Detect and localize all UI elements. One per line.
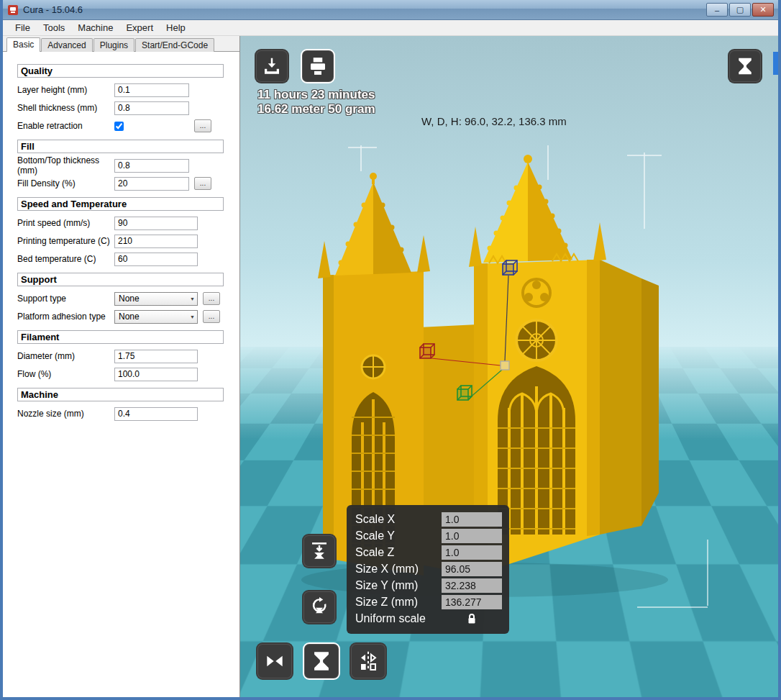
settings-row: Diameter (mm) (17, 349, 229, 363)
load-model-button[interactable] (255, 49, 289, 83)
mirror-tool-icon (357, 650, 380, 673)
settings-row: Nozzle size (mm) (17, 406, 229, 421)
rotate-tool-icon (263, 650, 286, 673)
menu-expert[interactable]: Expert (119, 21, 160, 35)
settings-row: Print speed (mm/s) (17, 216, 229, 230)
support-type-value: None (119, 294, 140, 304)
nozzle-size-label: Nozzle size (mm) (17, 409, 114, 419)
tab-advanced[interactable]: Advanced (41, 38, 92, 52)
settings-row: Fill Density (%) ... (17, 176, 229, 191)
uniform-scale-label: Uniform scale (355, 612, 442, 625)
size-z-row: Size Z (mm) (355, 594, 502, 610)
scale-panel: Scale X Scale Y Scale Z Size X (mm) Size… (347, 505, 509, 634)
layer-height-input[interactable] (114, 83, 189, 97)
settings-row: Enable retraction ... (17, 119, 229, 133)
uniform-scale-row: Uniform scale (355, 611, 502, 627)
tab-start-end-gcode[interactable]: Start/End-GCode (135, 38, 214, 52)
nozzle-size-input[interactable] (114, 407, 198, 421)
print-speed-input[interactable] (114, 217, 198, 230)
settings-row: Support type None ▼ ... (17, 291, 229, 306)
size-x-input[interactable] (442, 562, 502, 576)
lock-icon (467, 613, 477, 624)
bottom-top-thickness-label: Bottom/Top thickness (mm) (17, 155, 114, 176)
fill-density-label: Fill Density (%) (17, 178, 114, 188)
print-speed-label: Print speed (mm/s) (17, 218, 114, 228)
scale-x-label: Scale X (355, 513, 442, 526)
maximize-button[interactable]: ▢ (729, 3, 751, 17)
platform-adhesion-dropdown[interactable]: None ▼ (114, 310, 198, 324)
size-y-row: Size Y (mm) (355, 578, 502, 594)
platform-adhesion-more-button[interactable]: ... (203, 310, 220, 323)
support-type-dropdown[interactable]: None ▼ (114, 292, 198, 306)
uniform-scale-toggle[interactable] (442, 613, 502, 624)
tab-basic[interactable]: Basic (6, 37, 40, 52)
diameter-label: Diameter (mm) (17, 351, 114, 361)
menu-file[interactable]: File (9, 21, 37, 35)
menu-tools[interactable]: Tools (37, 21, 71, 35)
scale-tool-icon (309, 649, 334, 673)
file-toolbar (255, 49, 335, 83)
scale-reset-button[interactable] (302, 590, 337, 624)
enable-retraction-label: Enable retraction (17, 121, 114, 131)
shell-thickness-input[interactable] (114, 101, 189, 115)
save-toolpath-icon (307, 55, 329, 77)
fill-density-more-button[interactable]: ... (194, 177, 211, 190)
section-fill: Fill (17, 140, 229, 153)
bed-temperature-label: Bed temperature (C) (17, 254, 114, 264)
window-title: Cura - 15.04.6 (23, 4, 706, 15)
transform-toolbar (256, 642, 387, 680)
enable-retraction-checkbox[interactable] (114, 122, 124, 131)
printing-temperature-label: Printing temperature (C) (17, 236, 114, 246)
size-x-row: Size X (mm) (355, 561, 502, 577)
flow-input[interactable] (114, 368, 198, 381)
save-toolpath-button[interactable] (301, 49, 335, 83)
view-mode-button[interactable] (728, 49, 762, 83)
scale-z-input[interactable] (442, 545, 502, 560)
tab-plugins[interactable]: Plugins (93, 38, 134, 52)
print-time-estimate: 11 hours 23 minutes (257, 88, 375, 102)
view-mode-icon (734, 55, 756, 77)
retraction-more-button[interactable]: ... (194, 119, 211, 132)
rotate-tool-button[interactable] (256, 642, 293, 680)
platform-adhesion-label: Platform adhesion type (17, 312, 114, 322)
load-model-icon (261, 55, 283, 77)
menu-machine[interactable]: Machine (71, 21, 119, 35)
settings-row: Printing temperature (C) (17, 234, 229, 248)
window-controls: – ▢ ✕ (706, 3, 774, 17)
section-quality-heading: Quality (17, 64, 224, 78)
section-quality: Quality (17, 64, 229, 78)
titlebar[interactable]: Cura - 15.04.6 – ▢ ✕ (3, 0, 778, 20)
scale-y-input[interactable] (442, 529, 502, 543)
scale-x-row: Scale X (355, 512, 502, 527)
scale-tool-button[interactable] (303, 642, 340, 680)
print-estimates: 11 hours 23 minutes 16.62 meter 50 gram (257, 88, 375, 117)
settings-row: Bed temperature (C) (17, 252, 229, 266)
menu-help[interactable]: Help (160, 21, 192, 35)
diameter-input[interactable] (114, 350, 198, 363)
close-button[interactable]: ✕ (752, 3, 774, 17)
size-y-input[interactable] (442, 578, 502, 593)
basic-settings-form: Quality Layer height (mm) Shell thicknes… (3, 52, 239, 424)
minimize-icon: – (715, 6, 719, 14)
printing-temperature-input[interactable] (114, 235, 198, 248)
close-icon: ✕ (759, 5, 766, 14)
viewport-3d[interactable]: 11 hours 23 minutes 16.62 meter 50 gram … (240, 36, 778, 697)
settings-row: Platform adhesion type None ▼ ... (17, 309, 229, 324)
size-y-label: Size Y (mm) (355, 579, 442, 592)
scale-to-max-button[interactable] (302, 534, 337, 568)
bottom-top-thickness-input[interactable] (114, 159, 189, 173)
mirror-tool-button[interactable] (350, 642, 387, 680)
support-type-more-button[interactable]: ... (203, 292, 220, 305)
scale-y-row: Scale Y (355, 528, 502, 544)
section-support-heading: Support (17, 273, 224, 286)
section-filament: Filament (17, 330, 229, 344)
app-icon (7, 4, 19, 16)
size-z-input[interactable] (442, 595, 502, 609)
settings-row: Shell thickness (mm) (17, 101, 229, 115)
fill-density-input[interactable] (114, 177, 189, 191)
scale-x-input[interactable] (442, 512, 502, 527)
material-estimate: 16.62 meter 50 gram (257, 102, 375, 117)
shell-thickness-label: Shell thickness (mm) (17, 103, 114, 113)
bed-temperature-input[interactable] (114, 253, 198, 266)
minimize-button[interactable]: – (706, 3, 728, 17)
